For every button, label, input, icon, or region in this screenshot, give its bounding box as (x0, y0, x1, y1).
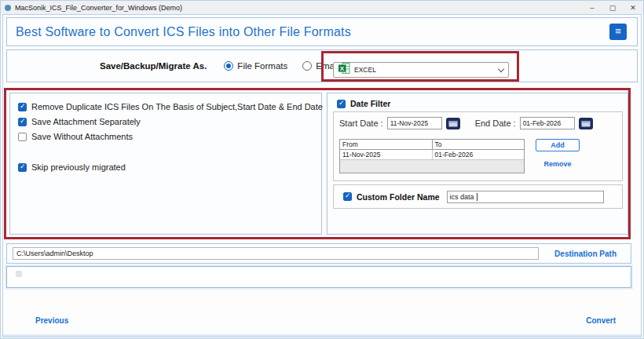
date-filter-panel: Date Filter Start Date : E (327, 93, 628, 235)
date-filter-label: Date Filter (350, 99, 390, 108)
radio-label: File Formats (237, 61, 287, 71)
format-dropdown-value: EXCEL (354, 66, 376, 74)
column-header-to: To (433, 140, 525, 149)
start-date-calendar-icon[interactable] (446, 118, 460, 129)
date-table-header: From To (340, 140, 524, 150)
checkbox-option[interactable]: Skip previously migrated (18, 162, 321, 172)
progress-log-panel (6, 266, 631, 288)
progress-placeholder (16, 271, 22, 277)
start-date-input[interactable] (387, 117, 442, 129)
save-mode-label: Save/Backup/Migrate As. (100, 61, 207, 71)
app-body: Best Software to Convert ICS Files into … (2, 14, 642, 337)
end-date-label: End Date : (475, 118, 516, 128)
date-range-subpanel: Start Date : End Date : (333, 111, 623, 181)
app-window: MacSonik_ICS_File_Converter_for_Windows … (0, 0, 644, 339)
checkbox-label: Save Without Attachments (31, 132, 133, 141)
checkbox-label: Skip previously migrated (31, 162, 126, 172)
date-inputs-row: Start Date : End Date : (339, 117, 622, 129)
end-date-input[interactable] (520, 117, 575, 129)
hamburger-menu-icon[interactable]: ≡ (609, 24, 627, 40)
app-logo-icon (5, 5, 11, 11)
custom-folder-subpanel: Custom Folder Name ics data (333, 184, 623, 209)
checkbox-icon[interactable] (18, 103, 27, 111)
annotation-box-main: Remove Duplicate ICS Files On The Basis … (4, 88, 631, 239)
date-table-row: From To 11-Nov-202501-Feb-2026 Add Remov… (339, 139, 622, 173)
titlebar: MacSonik_ICS_File_Converter_for_Windows … (1, 1, 643, 14)
excel-icon: X (338, 63, 350, 77)
maximize-button[interactable]: ▢ (602, 1, 623, 14)
checkbox-option[interactable]: Remove Duplicate ICS Files On The Basis … (18, 102, 321, 111)
chevron-down-icon (498, 65, 504, 71)
destination-path-button[interactable]: Destination Path (554, 250, 617, 258)
date-table-body: 11-Nov-202501-Feb-2026 (340, 150, 524, 160)
custom-folder-checkbox[interactable] (343, 192, 352, 201)
window-controls: – ▢ ✕ (582, 1, 643, 14)
checkbox-option[interactable]: Save Without Attachments (18, 132, 321, 141)
date-range-table[interactable]: From To 11-Nov-202501-Feb-2026 (339, 139, 525, 173)
start-date-label: Start Date : (339, 118, 383, 128)
text-cursor (477, 193, 478, 201)
previous-button[interactable]: Previous (35, 316, 68, 325)
table-buttons-column: Add Remove (536, 139, 580, 173)
close-button[interactable]: ✕ (623, 1, 643, 14)
remove-button[interactable]: Remove (543, 160, 571, 168)
destination-path-input[interactable] (13, 247, 539, 260)
options-panel: Remove Duplicate ICS Files On The Basis … (9, 93, 322, 235)
table-cell: 01-Feb-2026 (433, 150, 525, 159)
radio-option-file-formats[interactable]: File Formats (224, 61, 287, 71)
date-filter-checkbox[interactable] (337, 100, 346, 108)
checkbox-label: Remove Duplicate ICS Files On The Basis … (31, 102, 323, 111)
header-panel: Best Software to Convert ICS Files into … (6, 17, 638, 46)
bottom-strip (3, 334, 641, 337)
custom-folder-input[interactable]: ics data (447, 191, 604, 203)
table-cell: 11-Nov-2025 (340, 150, 433, 159)
save-mode-panel: Save/Backup/Migrate As. File FormatsEmai… (6, 49, 638, 82)
checkbox-icon[interactable] (18, 118, 27, 126)
add-button[interactable]: Add (536, 139, 580, 151)
end-date-calendar-icon[interactable] (579, 118, 593, 129)
checkbox-icon[interactable] (18, 133, 27, 141)
date-filter-toggle[interactable]: Date Filter (337, 99, 628, 108)
page-title: Best Software to Convert ICS Files into … (16, 25, 351, 39)
convert-button[interactable]: Convert (586, 316, 616, 325)
minimize-button[interactable]: – (582, 1, 602, 14)
table-row[interactable]: 11-Nov-202501-Feb-2026 (340, 150, 524, 160)
custom-folder-label: Custom Folder Name (357, 192, 440, 202)
window-title: MacSonik_ICS_File_Converter_for_Windows … (15, 4, 182, 12)
destination-panel: Destination Path (6, 243, 631, 264)
checkbox-icon[interactable] (18, 163, 27, 172)
checkbox-label: Save Attachment Separately (31, 117, 141, 126)
custom-folder-value: ics data (450, 193, 474, 201)
radio-icon[interactable] (224, 61, 233, 71)
radio-icon[interactable] (302, 61, 312, 71)
format-dropdown[interactable]: X EXCEL (333, 62, 509, 78)
svg-text:X: X (340, 65, 345, 72)
column-header-from: From (340, 140, 433, 149)
annotation-box-dropdown: X EXCEL (321, 51, 519, 82)
checkbox-option[interactable]: Save Attachment Separately (18, 117, 321, 126)
